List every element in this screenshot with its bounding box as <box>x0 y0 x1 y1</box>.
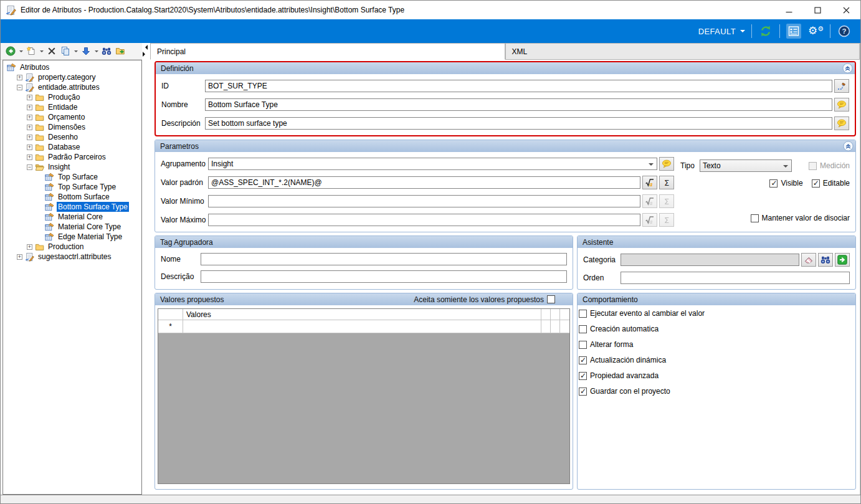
tree-item-production[interactable]: Production <box>3 242 141 252</box>
tree-expand-toggle[interactable] <box>27 125 32 130</box>
tree-item-material-core-type[interactable]: Material Core Type <box>3 222 141 232</box>
tree-item-insight[interactable]: Insight <box>3 162 141 172</box>
valor-minimo-input[interactable] <box>208 195 640 207</box>
nombre-input[interactable] <box>205 98 832 111</box>
tree-expand-toggle[interactable] <box>27 115 32 120</box>
tree-item-property-category[interactable]: property.category <box>3 72 141 82</box>
close-button[interactable] <box>832 1 860 19</box>
delete-button[interactable] <box>45 44 58 58</box>
new-item-dropdown[interactable] <box>39 49 44 53</box>
categoria-go-button[interactable] <box>835 253 850 267</box>
tree-item-edge-material-type[interactable]: Edge Material Type <box>3 232 141 242</box>
panel-splitter[interactable] <box>142 43 150 495</box>
section-valores-header: Valores propuestos Aceita somiente los v… <box>155 293 573 305</box>
descripcion-translate-button[interactable] <box>834 116 849 130</box>
collapse-section-button[interactable] <box>842 63 853 74</box>
visible-checkbox[interactable]: Visible <box>769 179 802 188</box>
valor-maximo-input[interactable] <box>208 214 640 226</box>
aceita-checkbox[interactable]: Aceita somiente los valores propuestos <box>414 295 555 304</box>
tree-expand-toggle[interactable] <box>17 85 22 90</box>
tree-expand-toggle[interactable] <box>27 135 32 140</box>
maximize-button[interactable] <box>803 1 832 19</box>
tree-item-sugestaoctrl-attributes[interactable]: sugestaoctrl.attributes <box>3 252 141 262</box>
move-down-dropdown[interactable] <box>93 49 99 53</box>
tree-item-top-surface-type[interactable]: Top Surface Type <box>3 182 141 192</box>
section-tag-agrupadora-header: Tag Agrupadora <box>155 236 573 248</box>
agrupamento-combo[interactable]: Insight <box>208 158 657 170</box>
tree-item-entidade-attributes[interactable]: entidade.attributes <box>3 82 141 92</box>
attribute-icon <box>45 202 54 212</box>
descricao-input[interactable] <box>201 270 567 283</box>
new-item-button[interactable] <box>25 44 37 58</box>
checkbox-guardar-con-el-proyecto[interactable]: Guardar con el proyecto <box>579 387 854 396</box>
tree-item-bottom-surface-type[interactable]: Bottom Surface Type <box>3 202 141 212</box>
tree-item-database[interactable]: Database <box>3 142 141 152</box>
minimize-button[interactable] <box>774 1 803 19</box>
checkbox-actualizaci-n-din-mica[interactable]: Actualización dinámica <box>579 356 854 364</box>
orden-input[interactable] <box>621 272 850 284</box>
ribbon-bar: DEFAULT <box>1 19 860 43</box>
binoculars-icon <box>102 46 112 56</box>
tree-item-bottom-surface[interactable]: Bottom Surface <box>3 192 141 202</box>
tipo-combo[interactable]: Texto <box>700 159 792 172</box>
profile-dropdown[interactable]: DEFAULT <box>698 27 745 36</box>
expand-right-icon[interactable] <box>143 52 148 57</box>
tree-item-atributos[interactable]: Atributos <box>3 62 141 72</box>
export-button[interactable] <box>114 44 126 58</box>
copy-dropdown[interactable] <box>73 49 78 53</box>
checkbox-creaci-n-automatica[interactable]: Creación automatica <box>579 325 854 333</box>
tree-item-produ-o[interactable]: Produção <box>3 92 141 102</box>
tab-principal[interactable]: Principal <box>150 43 505 60</box>
checkbox-propiedad-avanzada[interactable]: Propiedad avanzada <box>579 371 854 380</box>
valor-padron-sum-button[interactable]: Σ <box>659 176 674 189</box>
collapse-left-icon[interactable] <box>143 45 148 50</box>
tree-item-top-surface[interactable]: Top Surface <box>3 172 141 182</box>
back-button[interactable] <box>4 44 17 58</box>
valor-padron-formula-button[interactable] <box>642 176 657 189</box>
editable-checkbox[interactable]: Editable <box>812 179 850 188</box>
move-down-button[interactable] <box>80 44 92 58</box>
generate-id-button[interactable] <box>834 79 849 93</box>
tab-xml[interactable]: XML <box>505 43 860 60</box>
tree-item-entidade[interactable]: Entidade <box>3 102 141 112</box>
tree-expand-toggle[interactable] <box>27 95 32 100</box>
descripcion-input[interactable] <box>205 117 832 130</box>
checkbox-alterar-forma[interactable]: Alterar forma <box>579 340 854 349</box>
tree-item-desenho[interactable]: Desenho <box>3 132 141 142</box>
id-input[interactable] <box>205 80 832 92</box>
orden-label: Orden <box>583 273 621 282</box>
tree-expand-toggle[interactable] <box>17 75 22 80</box>
separator <box>830 24 830 38</box>
refresh-button[interactable] <box>758 24 773 39</box>
grid-value-cell[interactable] <box>183 320 541 333</box>
valor-padron-input[interactable] <box>208 176 640 189</box>
tree-expand-toggle[interactable] <box>27 105 32 110</box>
tree-expand-toggle[interactable] <box>27 244 32 250</box>
folder-icon <box>35 133 44 142</box>
mantener-checkbox[interactable]: Mantener valor de disociar <box>751 214 850 222</box>
speech-bubble-icon <box>837 100 847 110</box>
help-button[interactable] <box>837 24 852 39</box>
tree-expand-toggle[interactable] <box>17 254 22 260</box>
settings-button[interactable] <box>807 24 824 39</box>
tree-item-dimens-es[interactable]: Dimensões <box>3 122 141 132</box>
collapse-section-button[interactable] <box>843 141 854 151</box>
tree-expand-toggle[interactable] <box>27 145 32 150</box>
tipo-label: Tipo <box>680 161 695 170</box>
checkbox-ejecutar-evento-al-cambiar-el-valor[interactable]: Ejecutar evento al cambiar el valor <box>579 309 854 318</box>
nombre-translate-button[interactable] <box>834 98 849 112</box>
find-button[interactable] <box>100 44 113 58</box>
tree-expand-toggle[interactable] <box>27 155 32 160</box>
id-label: ID <box>161 82 205 90</box>
tree-expand-toggle[interactable] <box>27 164 32 170</box>
agrupamento-translate-button[interactable] <box>659 157 674 171</box>
tree-item-padr-o-parceiros[interactable]: Padrão Parceiros <box>3 152 141 162</box>
tree-item-or-amento[interactable]: Orçamento <box>3 112 141 122</box>
form-view-button[interactable] <box>786 24 801 39</box>
categoria-find-button[interactable] <box>818 253 833 267</box>
copy-button[interactable] <box>59 44 72 58</box>
categoria-clear-button[interactable] <box>801 253 816 267</box>
tree-item-material-core[interactable]: Material Core <box>3 212 141 222</box>
back-dropdown[interactable] <box>18 49 24 53</box>
nome-input[interactable] <box>201 253 567 265</box>
